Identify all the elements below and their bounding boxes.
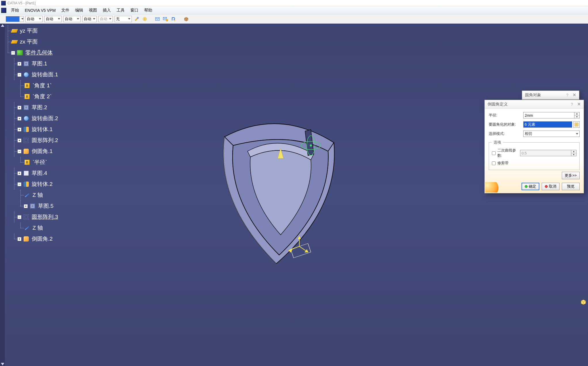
svg-rect-0	[137, 17, 138, 18]
help-icon[interactable]: ?	[571, 102, 573, 107]
tree-item-pattern2[interactable]: + 圆形阵列.2	[5, 135, 80, 146]
tree-label: `角度 2`	[33, 93, 52, 100]
tree-item-sketch4[interactable]: + 草图.4	[5, 168, 80, 179]
expand-icon[interactable]: +	[18, 171, 21, 175]
layer-select[interactable]: 无	[115, 16, 132, 22]
tree-scroll-up[interactable]	[1, 24, 4, 27]
mail-settings-icon[interactable]	[162, 16, 169, 22]
tree-item-revolvesurf2[interactable]: + 旋转曲面.2	[5, 113, 80, 124]
tree-item-fillet1[interactable]: − 倒圆角.1	[5, 146, 80, 157]
collapse-icon[interactable]: −	[18, 215, 21, 219]
objects-value: 6 元素	[525, 122, 535, 127]
fillet-definition-dialog[interactable]: 倒圆角定义 ? ✕ 半径: ▲▼ 要圆角化的对象: 6 元素	[484, 100, 584, 193]
transparency-select[interactable]: 自动	[25, 16, 43, 22]
sketch-icon	[23, 105, 29, 110]
svg-point-2	[144, 18, 145, 20]
tree-item-revolvebody1[interactable]: + 旋转体.1	[5, 124, 80, 135]
line-weight-select[interactable]: 自动	[44, 16, 62, 22]
tree-item-zaxis[interactable]: Z 轴	[5, 190, 80, 201]
tree-item-partbody[interactable]: − 零件几何体	[5, 47, 80, 58]
render-style-select[interactable]: 自动	[98, 16, 113, 22]
tree-item-revolvebody2[interactable]: − 旋转体.2	[5, 179, 80, 190]
tree-item-yz-plane[interactable]: yz 平面	[5, 25, 80, 36]
menu-start[interactable]: 开始	[8, 7, 22, 14]
objects-list-button[interactable]	[573, 121, 580, 128]
circular-pattern-icon	[23, 214, 29, 220]
tree-item-sketch5[interactable]: + 草图.5	[5, 201, 80, 212]
view-cube-icon[interactable]	[580, 299, 587, 305]
circular-pattern-icon	[23, 137, 29, 143]
menu-help[interactable]: 帮助	[141, 7, 155, 14]
expand-icon[interactable]: +	[18, 62, 21, 66]
painter-icon[interactable]	[134, 16, 140, 22]
collapse-icon[interactable]: −	[18, 182, 21, 186]
expand-icon[interactable]: +	[18, 139, 21, 142]
help-icon[interactable]: ?	[566, 93, 568, 97]
mail-icon[interactable]	[154, 16, 161, 22]
more-button[interactable]: 更多>>	[562, 172, 580, 179]
expand-icon[interactable]: +	[18, 237, 21, 241]
tree-item-zaxis2[interactable]: Z 轴	[5, 222, 80, 233]
revolve-surface-icon	[23, 116, 29, 121]
tree-item-pattern3[interactable]: − 圆形阵列.3	[5, 212, 80, 222]
tree-item-revolvesurf1[interactable]: − 旋转曲面.1	[5, 69, 80, 80]
tree-item-sketch1[interactable]: + 草图.1	[5, 58, 80, 69]
expand-icon[interactable]: +	[18, 106, 21, 110]
parameter-icon	[24, 159, 30, 165]
point-style-select[interactable]: 自动	[82, 16, 97, 22]
3d-viewport[interactable]	[0, 24, 588, 366]
trim-checkbox[interactable]	[492, 161, 496, 165]
radius-input[interactable]	[523, 112, 574, 118]
expand-icon[interactable]: +	[18, 117, 21, 120]
svg-point-7	[301, 142, 321, 150]
tree-scroll-down[interactable]	[1, 363, 4, 365]
tree-label: 倒圆角.1	[32, 148, 53, 155]
mode-select[interactable]: 相切	[523, 131, 580, 137]
tree-item-angle1[interactable]: `角度 1`	[5, 80, 80, 91]
menu-insert[interactable]: 插入	[100, 7, 114, 14]
tree-label: 零件几何体	[25, 49, 53, 56]
menu-window[interactable]: 窗口	[128, 7, 141, 14]
spec-tree[interactable]: yz 平面 zx 平面 − 零件几何体 + 草图.1 − 旋转曲面.1	[5, 24, 80, 366]
svg-point-6	[174, 20, 175, 21]
tree-item-radius[interactable]: `半径`	[5, 157, 80, 168]
box-tool-icon[interactable]	[183, 16, 189, 22]
menu-edit[interactable]: 编辑	[72, 7, 86, 14]
conic-checkbox[interactable]	[492, 151, 496, 155]
line-type-select[interactable]: 自动	[63, 16, 81, 22]
query-icon[interactable]	[170, 16, 177, 22]
cancel-dot-icon	[545, 185, 548, 188]
expand-icon[interactable]: +	[18, 128, 21, 131]
radius-label: 半径:	[489, 113, 523, 118]
conic-spinner: ▲▼	[571, 150, 576, 156]
dialog-titlebar[interactable]: 倒圆角定义 ? ✕	[485, 100, 584, 109]
close-icon[interactable]: ✕	[572, 92, 576, 98]
tree-item-sketch2[interactable]: + 草图.2	[5, 102, 80, 113]
radius-spinner[interactable]: ▲▼	[574, 112, 580, 118]
close-icon[interactable]: ✕	[577, 101, 581, 107]
collapse-icon[interactable]: −	[18, 73, 21, 77]
menu-view[interactable]: 视图	[86, 7, 100, 14]
expand-icon[interactable]: +	[24, 204, 28, 208]
ok-button[interactable]: 确定	[522, 183, 539, 190]
fill-color-dropdown[interactable]	[20, 16, 24, 22]
plane-icon	[11, 28, 18, 34]
brush-icon[interactable]	[142, 16, 148, 22]
menu-tools[interactable]: 工具	[114, 7, 128, 14]
tree-item-fillet2[interactable]: + 倒圆角.2	[5, 233, 80, 244]
tree-item-zx-plane[interactable]: zx 平面	[5, 36, 80, 47]
dialog-titlebar[interactable]: 圆角对象 ? ✕	[522, 91, 579, 99]
menu-enovia[interactable]: ENOVIA V5 VPM	[22, 7, 58, 14]
menu-file[interactable]: 文件	[58, 7, 72, 14]
tree-label: 旋转曲面.2	[32, 115, 58, 122]
app-icon	[1, 1, 6, 5]
cancel-button[interactable]: 取消	[542, 183, 560, 190]
dialog-title: 倒圆角定义	[488, 102, 571, 107]
fill-color-swatch[interactable]	[6, 16, 20, 22]
preview-button[interactable]: 预览	[562, 183, 580, 190]
fillet-objects-dialog[interactable]: 圆角对象 ? ✕	[522, 90, 579, 100]
collapse-icon[interactable]: −	[11, 51, 15, 55]
objects-field[interactable]: 6 元素	[523, 121, 572, 128]
collapse-icon[interactable]: −	[18, 150, 21, 153]
tree-item-angle2[interactable]: `角度 2`	[5, 91, 80, 102]
